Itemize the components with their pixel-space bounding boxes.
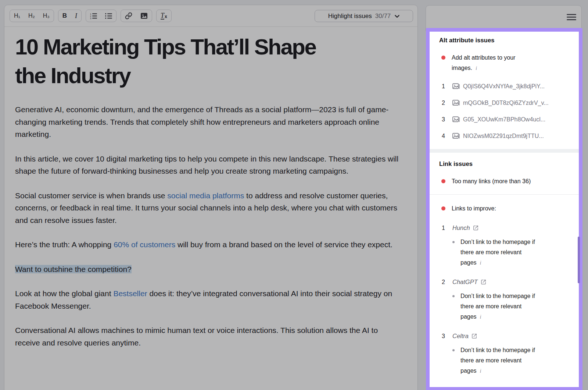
scrollbar-thumb[interactable] bbox=[578, 237, 580, 283]
external-link-row[interactable]: 2 ChatGPT bbox=[439, 279, 572, 286]
link-issues-section: Link issues Too many links (more than 36… bbox=[430, 153, 579, 387]
issue-severity-dot bbox=[441, 179, 445, 183]
external-link-icon bbox=[473, 225, 478, 231]
external-link-row[interactable]: 1 Hunch bbox=[439, 224, 572, 231]
external-link-icon bbox=[481, 279, 486, 285]
too-many-links-text: Too many links (more than 36) bbox=[452, 176, 531, 187]
bullet-dot bbox=[452, 349, 455, 351]
link-name[interactable]: Celtra bbox=[452, 333, 469, 340]
link-name[interactable]: ChatGPT bbox=[452, 279, 478, 286]
bullet-dot bbox=[452, 241, 455, 243]
link-advice-row: Don’t link to the homepage if there are … bbox=[439, 345, 572, 376]
alt-image-item[interactable]: 4 NIOZwsM0Z291qzDmt9jTTU... bbox=[439, 133, 572, 139]
link-improve-item: 3 Celtra Don’t link to the homepage if t… bbox=[439, 333, 572, 376]
link-improve-item: 2 ChatGPT Don’t link to the homepage if … bbox=[439, 279, 572, 322]
info-icon[interactable]: i bbox=[480, 258, 481, 268]
links-to-improve-label: Links to improve: bbox=[452, 203, 496, 214]
info-icon[interactable]: i bbox=[480, 312, 481, 322]
alt-issue-row: Add alt attributes to your images.i bbox=[439, 53, 572, 73]
link-issues-title: Link issues bbox=[439, 160, 572, 167]
links-to-improve-row: Links to improve: bbox=[439, 203, 572, 214]
alt-attribute-issues-section: Alt attribute issues Add alt attributes … bbox=[430, 32, 579, 149]
link-advice-row: Don’t link to the homepage if there are … bbox=[439, 291, 572, 322]
link-advice-row: Don’t link to the homepage if there are … bbox=[439, 237, 572, 268]
section-divider bbox=[430, 194, 579, 195]
image-icon bbox=[452, 100, 460, 106]
image-icon bbox=[452, 133, 460, 139]
link-improve-item: 1 Hunch Don’t link to the homepage if th… bbox=[439, 224, 572, 268]
info-icon[interactable]: i bbox=[476, 63, 477, 73]
alt-issue-text: Add alt attributes to your images.i bbox=[452, 53, 527, 73]
bullet-dot bbox=[452, 295, 455, 297]
assistant-issues-panel: Alt attribute issues Add alt attributes … bbox=[426, 28, 582, 390]
alt-image-item[interactable]: 3 G05_XOUwKm7BPh8Ow4ucl... bbox=[439, 116, 572, 123]
alt-issues-title: Alt attribute issues bbox=[439, 37, 572, 44]
issue-severity-dot bbox=[441, 56, 445, 60]
issue-severity-dot bbox=[441, 206, 445, 210]
alt-image-item[interactable]: 1 Q0jIS6Q4VxNYfAe_3jk8djPiY... bbox=[439, 83, 572, 90]
alt-image-item[interactable]: 2 mQGOkB_D0T8zQi6ZYzdrV_v... bbox=[439, 100, 572, 106]
image-icon bbox=[452, 83, 460, 90]
external-link-icon bbox=[472, 333, 477, 339]
link-name[interactable]: Hunch bbox=[452, 224, 470, 231]
info-icon[interactable]: i bbox=[480, 366, 481, 376]
image-icon bbox=[452, 116, 460, 123]
external-link-row[interactable]: 3 Celtra bbox=[439, 333, 572, 340]
too-many-links-row: Too many links (more than 36) bbox=[439, 176, 572, 187]
